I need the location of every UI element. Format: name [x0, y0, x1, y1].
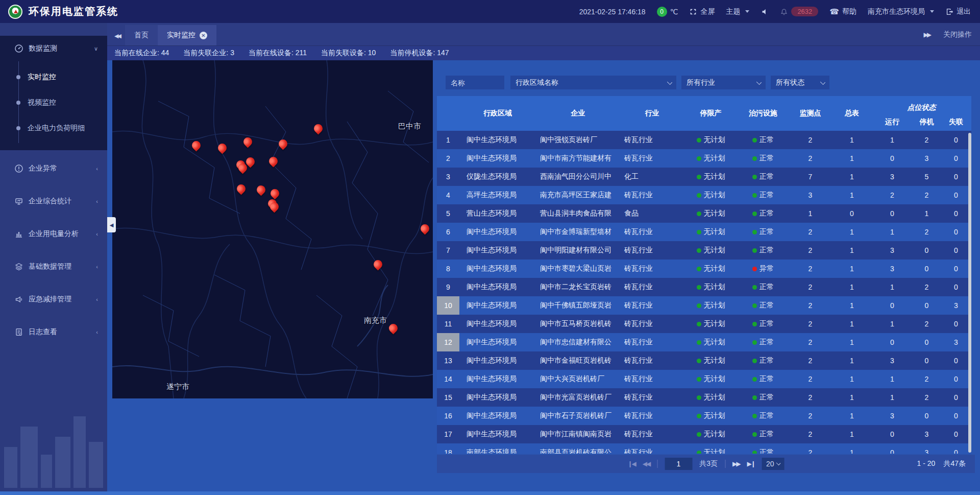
help-button[interactable]: ☎ 帮助 — [829, 7, 856, 16]
cell-region: 阆中生态环境局 — [459, 351, 536, 370]
sidebar-item-data-monitoring[interactable]: 数据监测 ∨ — [0, 36, 107, 61]
cell-stopped: 0 — [913, 351, 941, 370]
status-filter-select[interactable]: 所有状态 — [771, 76, 829, 89]
sidebar-item-label: 数据监测 — [29, 44, 57, 53]
table-row[interactable]: 18 南部生态环境局 南部县页岩机砖有限公 砖瓦行业 无计划 正常 2 1 0 … — [437, 443, 971, 454]
sidebar-item-enterprise-abnormal[interactable]: 企业异常 ‹ — [0, 154, 107, 183]
cell-stopped: 2 — [913, 278, 941, 296]
cell-industry: 食品 — [620, 204, 684, 223]
sidebar-item-emergency-reduction[interactable]: 应急减排管理 ‹ — [0, 285, 107, 314]
column-group-point-status: 点位状态 运行 停机 失联 — [872, 96, 971, 131]
cell-stopped: 0 — [913, 296, 941, 315]
chevron-left-icon: ‹ — [96, 166, 98, 172]
column-header-region: 行政区域 — [459, 96, 536, 131]
close-operations-button[interactable]: 关闭操作 — [943, 30, 972, 39]
sidebar-item-realtime-monitoring[interactable]: 实时监控 — [0, 64, 107, 90]
cell-company: 阆中市江南镇阆南页岩 — [536, 425, 620, 443]
table-row[interactable]: 11 阆中生态环境局 阆中市五马桥页岩机砖 砖瓦行业 无计划 正常 2 1 1 … — [437, 315, 971, 333]
status-dot — [697, 211, 701, 216]
industry-filter-select[interactable]: 所有行业 — [681, 76, 766, 89]
sidebar-item-power-load-detail[interactable]: 企业电力负荷明细 — [0, 115, 107, 141]
table-row[interactable]: 13 阆中生态环境局 阆中市金福旺页岩机砖 砖瓦行业 无计划 正常 2 1 3 … — [437, 351, 971, 370]
cell-total-meter: 1 — [832, 370, 872, 388]
cell-facility-status: 正常 — [738, 443, 789, 454]
cell-industry: 砖瓦行业 — [620, 315, 684, 333]
region-filter-select[interactable]: 行政区域名称 — [510, 76, 676, 89]
sidebar-item-basic-data[interactable]: 基础数据管理 ‹ — [0, 252, 107, 281]
search-input[interactable] — [451, 79, 499, 87]
row-index: 2 — [437, 149, 459, 168]
fullscreen-button[interactable]: 全屏 — [689, 7, 715, 16]
table-row[interactable]: 7 阆中生态环境局 阆中明阳建材有限公司 砖瓦行业 无计划 正常 2 1 3 0… — [437, 241, 971, 260]
cell-industry: 砖瓦行业 — [620, 260, 684, 278]
chart-icon — [14, 229, 23, 239]
divider — [657, 460, 657, 468]
cell-region: 阆中生态环境局 — [459, 278, 536, 296]
cell-monitor-points: 2 — [789, 131, 832, 149]
cell-region: 仪陇生态环境局 — [459, 168, 536, 186]
sidebar-item-log-view[interactable]: 日志查看 ‹ — [0, 318, 107, 346]
theme-button[interactable]: 主题 — [726, 7, 749, 16]
cell-stop-status: 无计划 — [684, 296, 738, 315]
sidebar-item-electricity-analysis[interactable]: 企业用电量分析 ‹ — [0, 220, 107, 248]
cell-company: 阆中强锐页岩砖厂 — [536, 131, 620, 149]
next-page-button[interactable]: ▶▶ — [732, 460, 740, 467]
chevron-down-icon — [930, 10, 934, 13]
table-row[interactable]: 3 仪陇生态环境局 西南油气田分公司川中 化工 无计划 正常 7 1 3 5 0 — [437, 168, 971, 186]
sidebar-item-enterprise-statistics[interactable]: 企业综合统计 ‹ — [0, 187, 107, 216]
user-menu[interactable]: 南充市生态环境局 — [868, 7, 934, 16]
cell-facility-status: 正常 — [738, 131, 789, 149]
table-scrollbar[interactable] — [968, 133, 971, 453]
cell-stop-status: 无计划 — [684, 260, 738, 278]
table-row[interactable]: 8 阆中生态环境局 阆中市枣碧大梁山页岩 砖瓦行业 无计划 异常 2 1 3 0… — [437, 260, 971, 278]
table-row[interactable]: 10 阆中生态环境局 阆中千佛镇五郎垭页岩 砖瓦行业 无计划 正常 2 1 0 … — [437, 296, 971, 315]
map-panel[interactable]: 巴中市 南充市 遂宁市 — [112, 60, 433, 398]
cell-stopped: 3 — [913, 425, 941, 443]
cell-disconnected: 0 — [941, 204, 971, 223]
stats-bar: 当前在线企业: 44 当前失联企业: 3 当前在线设备: 211 当前失联设备:… — [107, 46, 980, 60]
page-number-input[interactable] — [665, 458, 692, 470]
name-filter-input[interactable] — [446, 76, 504, 89]
table-row[interactable]: 14 阆中生态环境局 阆中大兴页岩机砖厂 砖瓦行业 无计划 正常 2 1 1 2… — [437, 370, 971, 388]
cell-total-meter: 0 — [832, 204, 872, 223]
cell-region: 阆中生态环境局 — [459, 223, 536, 241]
table-row[interactable]: 12 阆中生态环境局 阆中市忠信建材有限公 砖瓦行业 无计划 正常 2 1 0 … — [437, 333, 971, 351]
page-size-select[interactable]: 20 — [762, 458, 785, 470]
table-row[interactable]: 5 营山生态环境局 营山县润丰肉食品有限 食品 无计划 正常 1 0 0 1 0 — [437, 204, 971, 223]
last-page-button[interactable]: ▶❙ — [747, 460, 755, 467]
prev-page-button[interactable]: ◀◀ — [643, 460, 650, 467]
table-row[interactable]: 2 阆中生态环境局 阆中市南方节能建材有 砖瓦行业 无计划 正常 2 1 0 3… — [437, 149, 971, 168]
table-row[interactable]: 17 阆中生态环境局 阆中市江南镇阆南页岩 砖瓦行业 无计划 正常 2 1 0 … — [437, 425, 971, 443]
table-row[interactable]: 15 阆中生态环境局 阆中市光富页岩机砖厂 砖瓦行业 无计划 正常 2 1 1 … — [437, 388, 971, 407]
table-row[interactable]: 16 阆中生态环境局 阆中市石子页岩机砖厂 砖瓦行业 无计划 正常 2 1 3 … — [437, 407, 971, 425]
cell-total-meter: 1 — [832, 260, 872, 278]
table-row[interactable]: 4 高坪生态环境局 南充市高坪区王家店建 砖瓦行业 无计划 正常 3 1 2 2… — [437, 186, 971, 204]
cell-stop-status: 无计划 — [684, 315, 738, 333]
city-label: 遂宁市 — [166, 382, 189, 392]
cell-stopped: 2 — [913, 223, 941, 241]
tab-home[interactable]: 首页 — [125, 25, 158, 45]
sidebar-item-video-monitoring[interactable]: 视频监控 — [0, 90, 107, 115]
status-dot — [697, 414, 701, 418]
tabs-scroll-left-icon[interactable]: ◀◀ — [107, 33, 125, 45]
cell-monitor-points: 2 — [789, 223, 832, 241]
table-row[interactable]: 9 阆中生态环境局 阆中市二龙长宝页岩砖 砖瓦行业 无计划 正常 2 1 1 2… — [437, 278, 971, 296]
speaker-icon[interactable] — [761, 8, 769, 16]
first-page-button[interactable]: ❙◀ — [628, 460, 635, 467]
cell-region: 阆中生态环境局 — [459, 388, 536, 407]
table-row[interactable]: 6 阆中生态环境局 阆中市金博瑞新型墙材 砖瓦行业 无计划 正常 2 1 1 2… — [437, 223, 971, 241]
cell-region: 阆中生态环境局 — [459, 296, 536, 315]
cell-industry: 化工 — [620, 168, 684, 186]
tabs-scroll-right-icon[interactable]: ▶▶ — [924, 31, 930, 38]
sidebar-collapse-handle[interactable]: ◀ — [107, 217, 116, 232]
table-row[interactable]: 1 阆中生态环境局 阆中强锐页岩砖厂 砖瓦行业 无计划 正常 2 1 1 2 0 — [437, 131, 971, 149]
cell-stopped: 2 — [913, 388, 941, 407]
row-index: 14 — [437, 370, 459, 388]
notifications[interactable]: 2632 — [780, 7, 818, 16]
close-icon[interactable]: ✕ — [200, 32, 207, 39]
logout-button[interactable]: 退出 — [945, 7, 971, 16]
notification-count-badge: 2632 — [791, 7, 818, 16]
tab-realtime-monitoring[interactable]: 实时监控 ✕ — [158, 25, 216, 45]
cell-running: 1 — [872, 370, 913, 388]
cell-total-meter: 1 — [832, 407, 872, 425]
